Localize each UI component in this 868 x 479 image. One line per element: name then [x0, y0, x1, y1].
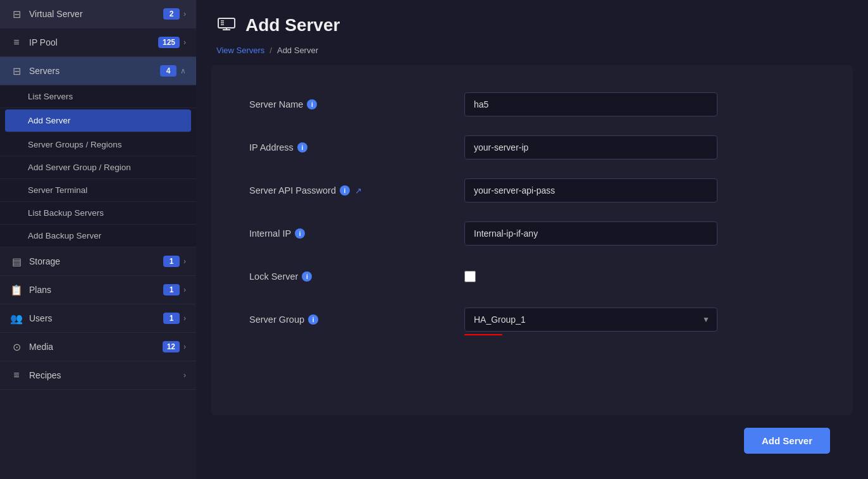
servers-submenu: List Servers Add Server Server Groups / …	[0, 85, 196, 247]
internal-ip-info-icon[interactable]: i	[295, 228, 305, 239]
storage-chevron: ›	[183, 257, 186, 266]
breadcrumb: View Servers / Add Server	[196, 46, 868, 65]
breadcrumb-current: Add Server	[277, 46, 318, 55]
ip-address-row: IP Address i	[249, 134, 815, 161]
users-badge: 1	[163, 313, 180, 324]
sidebar-item-servers[interactable]: ⊟ Servers 4 ∧	[0, 57, 196, 85]
add-server-form: Server Name i IP Address i Server API Pa…	[211, 65, 853, 415]
lock-server-info-icon[interactable]: i	[302, 271, 312, 282]
servers-chevron: ∧	[180, 66, 186, 75]
submenu-add-server-group-region[interactable]: Add Server Group / Region	[0, 156, 196, 179]
virtual-server-icon: ⊟	[10, 8, 23, 20]
submenu-server-groups-regions[interactable]: Server Groups / Regions	[0, 134, 196, 156]
media-badge: 12	[163, 341, 180, 352]
storage-badge: 1	[163, 256, 180, 267]
sidebar-item-recipes[interactable]: ≡ Recipes ›	[0, 361, 196, 390]
server-group-label: Server Group i	[249, 314, 464, 325]
ip-address-input[interactable]	[464, 135, 717, 159]
submenu-add-server[interactable]: Add Server	[5, 109, 191, 132]
ip-pool-chevron: ›	[183, 38, 186, 47]
server-api-password-row: Server API Password i ↗	[249, 177, 815, 204]
lock-server-checkbox[interactable]	[464, 271, 476, 282]
server-group-select-underline	[464, 334, 502, 335]
sidebar-label-storage: Storage	[29, 256, 60, 266]
server-api-password-input[interactable]	[464, 178, 717, 202]
page-title: Add Server	[245, 15, 340, 35]
server-api-password-external-icon[interactable]: ↗	[355, 186, 362, 196]
breadcrumb-separator: /	[270, 46, 272, 55]
media-icon: ⊙	[10, 340, 23, 353]
submenu-add-backup-server[interactable]: Add Backup Server	[0, 225, 196, 247]
sidebar-item-virtual-server[interactable]: ⊟ Virtual Server 2 ›	[0, 0, 196, 28]
plans-chevron: ›	[183, 285, 186, 294]
sidebar-label-servers: Servers	[29, 66, 59, 76]
plans-badge: 1	[163, 284, 180, 295]
lock-server-row: Lock Server i	[249, 263, 815, 290]
sidebar-label-plans: Plans	[29, 285, 51, 295]
sidebar-item-storage[interactable]: ▤ Storage 1 ›	[0, 247, 196, 276]
sidebar-label-users: Users	[29, 313, 53, 323]
server-name-row: Server Name i	[249, 90, 815, 118]
internal-ip-row: Internal IP i	[249, 220, 815, 247]
sidebar: ⊟ Virtual Server 2 › ≡ IP Pool 125 › ⊟ S…	[0, 0, 196, 479]
recipes-chevron: ›	[183, 371, 186, 380]
submenu-list-servers[interactable]: List Servers	[0, 85, 196, 108]
sidebar-item-ip-pool[interactable]: ≡ IP Pool 125 ›	[0, 28, 196, 57]
server-group-row: Server Group i HA_Group_1 HA_Group_2 Def…	[249, 306, 815, 333]
svg-rect-0	[218, 18, 235, 28]
ip-pool-icon: ≡	[10, 36, 23, 49]
add-server-button[interactable]: Add Server	[744, 428, 830, 454]
page-header: Add Server	[196, 0, 868, 46]
form-actions: Add Server	[196, 415, 868, 479]
submenu-list-backup-servers[interactable]: List Backup Servers	[0, 202, 196, 225]
virtual-server-badge: 2	[163, 8, 180, 20]
server-name-label: Server Name i	[249, 99, 464, 109]
server-name-info-icon[interactable]: i	[307, 99, 317, 109]
sidebar-label-virtual-server: Virtual Server	[29, 9, 83, 19]
breadcrumb-link[interactable]: View Servers	[216, 46, 264, 55]
sidebar-label-ip-pool: IP Pool	[29, 37, 58, 47]
servers-badge: 4	[160, 65, 177, 77]
submenu-server-terminal[interactable]: Server Terminal	[0, 179, 196, 202]
ip-address-info-icon[interactable]: i	[297, 142, 307, 152]
servers-icon: ⊟	[10, 65, 23, 77]
server-group-select[interactable]: HA_Group_1 HA_Group_2 Default	[464, 308, 717, 332]
ip-pool-badge: 125	[158, 37, 180, 48]
main-content: Add Server View Servers / Add Server Ser…	[196, 0, 868, 479]
users-chevron: ›	[183, 314, 186, 323]
sidebar-item-users[interactable]: 👥 Users 1 ›	[0, 304, 196, 333]
media-chevron: ›	[183, 342, 186, 351]
storage-icon: ▤	[10, 255, 23, 268]
sidebar-item-media[interactable]: ⊙ Media 12 ›	[0, 333, 196, 361]
ip-address-label: IP Address i	[249, 142, 464, 152]
users-icon: 👥	[10, 312, 23, 325]
lock-server-label: Lock Server i	[249, 271, 464, 282]
plans-icon: 📋	[10, 283, 23, 296]
server-api-password-info-icon[interactable]: i	[340, 185, 350, 196]
virtual-server-chevron: ›	[183, 9, 186, 18]
server-api-password-label: Server API Password i ↗	[249, 185, 464, 196]
internal-ip-input[interactable]	[464, 221, 717, 246]
server-group-info-icon[interactable]: i	[308, 314, 318, 325]
server-name-input[interactable]	[464, 92, 717, 116]
sidebar-label-recipes: Recipes	[29, 370, 61, 380]
page-title-icon	[216, 15, 237, 35]
sidebar-label-media: Media	[29, 342, 53, 352]
internal-ip-label: Internal IP i	[249, 228, 464, 239]
server-group-select-wrapper: HA_Group_1 HA_Group_2 Default ▼	[464, 308, 717, 332]
sidebar-item-plans[interactable]: 📋 Plans 1 ›	[0, 276, 196, 304]
recipes-icon: ≡	[10, 369, 23, 382]
